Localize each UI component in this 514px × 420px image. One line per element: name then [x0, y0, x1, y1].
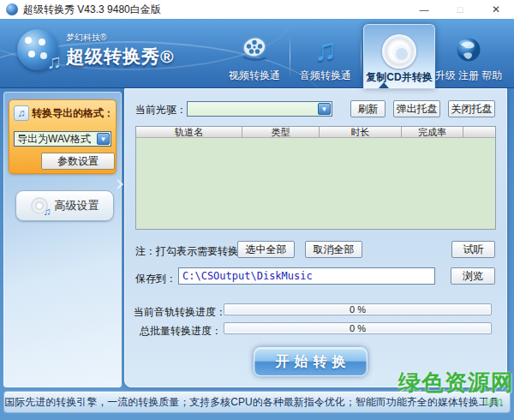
app-icon [6, 3, 18, 15]
save-to-label: 保存到： [135, 272, 176, 286]
music-note-icon: ♫ [314, 33, 338, 67]
browse-button[interactable]: 浏览 [451, 267, 495, 285]
tab-copy-cd-convert[interactable]: 复制CD并转换 [363, 24, 435, 88]
chevron-down-icon[interactable]: ▼ [318, 103, 331, 115]
current-drive-label: 当前光驱： [135, 103, 187, 117]
close-tray-button[interactable]: 关闭托盘 [448, 100, 495, 117]
titlebar: 超级转换秀 V43.3 9480白金版 — □ ✕ [0, 0, 514, 19]
track-list-area[interactable] [136, 138, 495, 229]
track-progress-bar: 0 % [224, 303, 492, 315]
format-panel-header: ♫ 转换导出的格式： [9, 100, 116, 121]
export-format-panel: ♫ 转换导出的格式： 导出为WAV格式 ▼ 参数设置 [9, 99, 117, 174]
tab-label: 升级 注册 帮助 [435, 69, 503, 83]
export-format-value: 导出为WAV格式 [15, 132, 96, 147]
music-note-icon: ♫ [46, 50, 62, 74]
status-text: 国际先进的转换引擎，一流的转换质量；支持多核CPU的各种最新指令优化；智能而功能… [4, 395, 509, 410]
tab-label: 视频转换通 [229, 69, 280, 83]
chevron-down-icon[interactable]: ▼ [97, 133, 110, 145]
tab-video-converter[interactable]: 视频转换通 [221, 28, 288, 88]
select-all-button[interactable]: 选中全部 [237, 241, 295, 258]
header-band: ♫ 梦幻科技® 超级转换秀® [0, 19, 514, 88]
audio-file-icon: ♫ [14, 105, 29, 121]
start-convert-button[interactable]: 开始转换 [254, 347, 368, 376]
advanced-settings-button[interactable]: 高级设置 [15, 190, 114, 221]
window-controls: — □ ✕ [406, 0, 514, 19]
eject-tray-button[interactable]: 弹出托盘 [393, 100, 440, 117]
preview-button[interactable]: 试听 [451, 241, 495, 258]
column-track-name: 轨道名 [136, 127, 242, 137]
tab-label: 音频转换通 [300, 69, 351, 83]
column-spacer [463, 127, 495, 137]
export-format-select[interactable]: 导出为WAV格式 ▼ [14, 131, 111, 147]
drive-select[interactable]: ▼ [187, 101, 332, 117]
column-type: 类型 [242, 127, 320, 137]
brand-product: 超级转换秀® [66, 45, 174, 69]
cd-icon [382, 34, 416, 69]
deselect-all-button[interactable]: 取消全部 [305, 241, 362, 258]
brand-logo: ♫ 梦幻科技® 超级转换秀® [17, 29, 174, 70]
status-bar: 国际先进的转换引擎，一流的转换质量；支持多核CPU的各种最新指令优化；智能而功能… [3, 391, 511, 413]
save-path-input[interactable]: C:\CSOutput\DiskMusic [178, 267, 435, 285]
column-duration: 时长 [320, 127, 402, 137]
film-reel-icon [239, 33, 270, 67]
brand-text: 梦幻科技® 超级转换秀® [66, 29, 174, 70]
window-title: 超级转换秀 V43.3 9480白金版 [23, 3, 161, 17]
app-logo-icon: ♫ [17, 29, 58, 70]
batch-progress-label: 总批量转换进度： [134, 324, 222, 339]
track-table-header: 轨道名 类型 时长 完成率 [136, 127, 495, 138]
maximize-icon[interactable]: □ [442, 0, 478, 19]
track-table: 轨道名 类型 时长 完成率 [135, 126, 496, 230]
toolbar-divider [290, 37, 290, 76]
cd-icon [31, 197, 48, 214]
minimize-icon[interactable]: — [406, 0, 442, 19]
tab-audio-converter[interactable]: ♫ 音频转换通 [292, 28, 359, 88]
globe-icon [454, 33, 483, 67]
tab-upgrade-register-help[interactable]: 升级 注册 帮助 [435, 28, 502, 88]
brand-company: 梦幻科技® [66, 32, 174, 44]
format-panel-title: 转换导出的格式： [32, 106, 114, 121]
app-window: 超级转换秀 V43.3 9480白金版 — □ ✕ ♫ 梦幻科技® 超级转换秀® [0, 0, 514, 420]
sidebar: ♫ 转换导出的格式： 导出为WAV格式 ▼ 参数设置 高级设置 [3, 92, 122, 387]
batch-progress-bar: 0 % [224, 322, 492, 334]
params-settings-button[interactable]: 参数设置 [41, 153, 115, 170]
advanced-settings-label: 高级设置 [55, 198, 99, 213]
active-tab-pointer [379, 82, 389, 88]
track-progress-label: 当前音轨转换进度： [134, 305, 222, 320]
toolbar-divider [361, 37, 362, 76]
main-panel: 当前光驱： ▼ 刷新 弹出托盘 关闭托盘 轨道名 类型 时长 完成率 注：打勾表… [124, 88, 507, 387]
column-completion: 完成率 [402, 127, 463, 137]
tab-label: 复制CD并转换 [366, 70, 432, 85]
main-toolbar: 视频转换通 ♫ 音频转换通 复制CD并转换 [221, 22, 502, 88]
close-icon[interactable]: ✕ [478, 0, 514, 19]
checkmark-note-label: 注：打勾表示需要转换 [135, 244, 238, 259]
refresh-button[interactable]: 刷新 [350, 100, 386, 117]
